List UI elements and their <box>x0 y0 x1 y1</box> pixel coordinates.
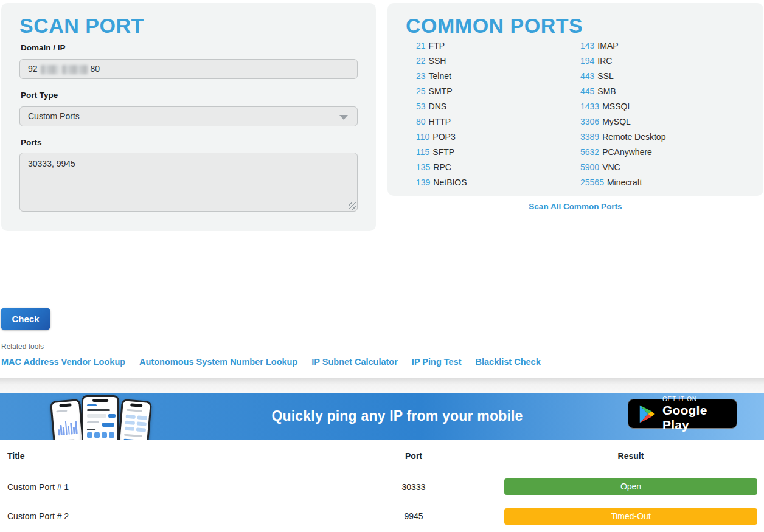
port-number: 80 <box>416 117 426 126</box>
related-tool-link-asn-lookup[interactable]: Autonomous System Number Lookup <box>139 357 297 367</box>
port-type-label: Port Type <box>21 91 58 100</box>
common-port-item[interactable]: 5632PCAnywhere <box>580 145 665 160</box>
port-name: MySQL <box>602 117 631 126</box>
port-number: 53 <box>416 102 426 111</box>
resize-handle-icon[interactable] <box>349 202 356 210</box>
port-number: 23 <box>416 71 426 81</box>
common-port-item[interactable]: 80HTTP <box>416 114 467 130</box>
related-tool-link-mac-vendor[interactable]: MAC Address Vendor Lookup <box>1 357 125 367</box>
common-port-item[interactable]: 22SSH <box>416 54 467 69</box>
common-port-item[interactable]: 25565Minecraft <box>580 175 665 190</box>
port-scanner-page: SCAN PORT Domain / IP 9280 Port Type Cus… <box>0 0 764 532</box>
port-name: SSH <box>429 56 446 66</box>
port-number: 1433 <box>580 102 599 111</box>
common-ports-right-column: 143IMAP 194IRC 443SSL 445SMB 1433MSSQL 3… <box>580 38 665 190</box>
get-it-on-label: GET IT ON <box>662 396 737 403</box>
footer-top-strip <box>0 378 764 393</box>
domain-value-prefix: 92 <box>28 64 38 74</box>
scan-port-panel: SCAN PORT Domain / IP 9280 Port Type Cus… <box>1 3 376 231</box>
port-type-select[interactable]: Custom Ports <box>19 106 358 126</box>
port-number: 21 <box>416 41 426 50</box>
related-tool-link-subnet-calculator[interactable]: IP Subnet Calculator <box>311 357 398 367</box>
domain-ip-label: Domain / IP <box>21 43 66 52</box>
port-name: SMTP <box>429 86 453 96</box>
port-name: SSL <box>597 71 613 81</box>
phone-center <box>82 395 119 440</box>
domain-value-suffix: 80 <box>91 64 100 74</box>
common-port-item[interactable]: 194IRC <box>580 54 665 69</box>
port-name: DNS <box>429 102 447 111</box>
common-port-item[interactable]: 3389Remote Desktop <box>580 130 665 145</box>
domain-input[interactable]: 9280 <box>19 59 358 79</box>
results-table: Title Port Result Custom Port # 1 30333 … <box>0 440 764 531</box>
port-number: 5900 <box>580 162 599 172</box>
header-port: Port <box>377 440 450 472</box>
port-number: 143 <box>580 41 594 50</box>
port-number: 139 <box>416 178 430 187</box>
port-name: PCAnywhere <box>602 147 652 157</box>
status-badge-open: Open <box>504 478 757 495</box>
port-number: 194 <box>580 56 594 66</box>
ports-label: Ports <box>21 138 42 147</box>
common-port-item[interactable]: 443SSL <box>580 69 665 84</box>
row-port: 30333 <box>377 472 450 502</box>
common-ports-left-column: 21FTP 22SSH 23Telnet 25SMTP 53DNS 80HTTP… <box>416 38 467 190</box>
google-play-label: Google Play <box>662 403 737 432</box>
port-number: 22 <box>416 56 426 66</box>
table-row: Custom Port # 1 30333 Open <box>0 472 764 502</box>
port-number: 110 <box>416 132 429 142</box>
common-ports-panel: COMMON PORTS 21FTP 22SSH 23Telnet 25SMTP… <box>387 3 763 196</box>
header-title: Title <box>0 440 377 472</box>
ports-textarea[interactable]: 30333, 9945 <box>19 153 358 212</box>
google-play-badge[interactable]: GET IT ON Google Play <box>628 399 737 429</box>
port-name: POP3 <box>432 132 455 142</box>
port-type-value: Custom Ports <box>28 111 80 121</box>
related-tool-link-blacklist-check[interactable]: Blacklist Check <box>476 357 541 367</box>
port-name: HTTP <box>429 117 451 126</box>
common-port-item[interactable]: 23Telnet <box>416 69 467 84</box>
blurred-ip-segment <box>41 65 59 74</box>
port-name: VNC <box>602 162 620 172</box>
related-tools-label: Related tools <box>1 342 44 351</box>
scan-all-wrap: Scan All Common Ports <box>387 201 763 212</box>
common-port-item[interactable]: 139NetBIOS <box>416 175 467 190</box>
row-title: Custom Port # 2 <box>0 502 377 531</box>
common-port-item[interactable]: 53DNS <box>416 99 467 114</box>
table-row: Custom Port # 2 9945 Timed-Out <box>0 502 764 531</box>
common-port-item[interactable]: 110POP3 <box>416 130 467 145</box>
ports-field-wrap: 30333, 9945 <box>19 153 358 212</box>
header-result: Result <box>450 440 764 472</box>
status-badge-timed-out: Timed-Out <box>504 508 757 525</box>
port-name: Telnet <box>429 71 451 81</box>
common-port-item[interactable]: 21FTP <box>416 38 467 54</box>
play-triangle-icon <box>637 404 656 424</box>
port-name: SMB <box>597 86 616 96</box>
row-port: 9945 <box>377 502 450 531</box>
port-number: 445 <box>580 86 594 96</box>
scan-port-title: SCAN PORT <box>19 14 144 38</box>
scan-all-common-ports-link[interactable]: Scan All Common Ports <box>529 202 622 211</box>
port-name: Minecraft <box>607 178 642 187</box>
check-button[interactable]: Check <box>1 308 50 330</box>
common-port-item[interactable]: 445SMB <box>580 84 665 99</box>
results-header-row: Title Port Result <box>0 440 764 472</box>
port-name: RPC <box>433 162 451 172</box>
common-port-item[interactable]: 135RPC <box>416 160 467 175</box>
chevron-down-icon <box>339 115 348 120</box>
common-port-item[interactable]: 25SMTP <box>416 84 467 99</box>
common-port-item[interactable]: 5900VNC <box>580 160 665 175</box>
common-port-item[interactable]: 115SFTP <box>416 145 467 160</box>
port-number: 443 <box>580 71 594 81</box>
common-port-item[interactable]: 1433MSSQL <box>580 99 665 114</box>
google-play-badge-text: GET IT ON Google Play <box>662 396 737 432</box>
port-name: MSSQL <box>602 102 632 111</box>
scan-results-section: Title Port Result Custom Port # 1 30333 … <box>0 440 764 531</box>
related-tool-link-ip-ping-test[interactable]: IP Ping Test <box>412 357 462 367</box>
row-title: Custom Port # 1 <box>0 472 377 502</box>
mobile-app-banner: Quickly ping any IP from your mobile GET… <box>0 393 764 440</box>
port-number: 3389 <box>580 132 599 142</box>
common-port-item[interactable]: 143IMAP <box>580 38 665 54</box>
phone-notch <box>92 399 108 402</box>
common-port-item[interactable]: 3306MySQL <box>580 114 665 130</box>
port-name: SFTP <box>432 147 454 157</box>
